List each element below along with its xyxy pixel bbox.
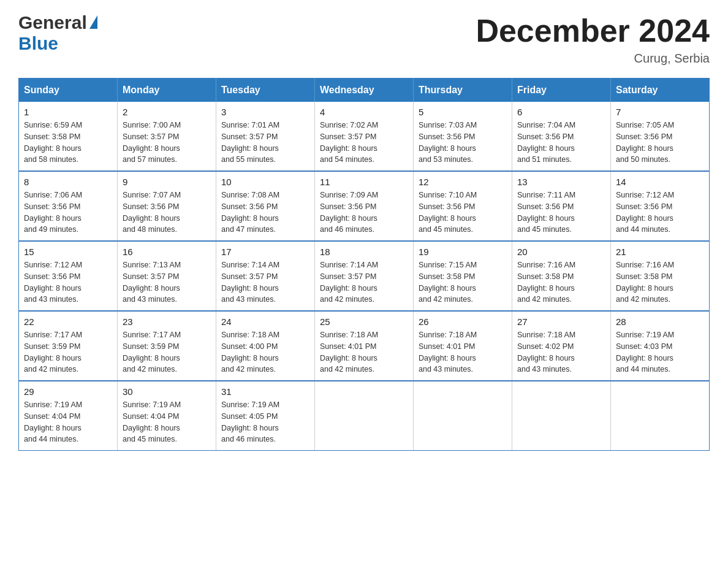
weekday-header-sunday: Sunday	[19, 79, 118, 102]
day-info: Sunrise: 7:00 AMSunset: 3:57 PMDaylight:…	[123, 120, 211, 166]
day-number: 7	[616, 107, 704, 117]
day-info: Sunrise: 7:07 AMSunset: 3:56 PMDaylight:…	[123, 190, 211, 236]
day-info: Sunrise: 7:12 AMSunset: 3:56 PMDaylight:…	[24, 259, 112, 305]
day-info: Sunrise: 7:15 AMSunset: 3:58 PMDaylight:…	[419, 259, 507, 305]
calendar-cell: 5Sunrise: 7:03 AMSunset: 3:56 PMDaylight…	[414, 102, 512, 171]
calendar-header-row: SundayMondayTuesdayWednesdayThursdayFrid…	[19, 79, 710, 102]
calendar-cell: 11Sunrise: 7:09 AMSunset: 3:56 PMDayligh…	[315, 171, 414, 241]
calendar-cell: 16Sunrise: 7:13 AMSunset: 3:57 PMDayligh…	[118, 241, 216, 311]
calendar-cell: 4Sunrise: 7:02 AMSunset: 3:57 PMDaylight…	[315, 102, 414, 171]
calendar-cell: 6Sunrise: 7:04 AMSunset: 3:56 PMDaylight…	[512, 102, 611, 171]
day-number: 9	[123, 177, 211, 187]
calendar-cell: 24Sunrise: 7:18 AMSunset: 4:00 PMDayligh…	[216, 311, 315, 381]
day-number: 1	[24, 107, 112, 117]
day-number: 5	[419, 107, 507, 117]
calendar-cell: 14Sunrise: 7:12 AMSunset: 3:56 PMDayligh…	[611, 171, 710, 241]
day-info: Sunrise: 7:17 AMSunset: 3:59 PMDaylight:…	[24, 329, 112, 375]
day-number: 29	[24, 386, 112, 397]
calendar-cell: 1Sunrise: 6:59 AMSunset: 3:58 PMDaylight…	[19, 102, 118, 171]
day-number: 19	[419, 247, 507, 257]
calendar-week-row: 29Sunrise: 7:19 AMSunset: 4:04 PMDayligh…	[19, 381, 710, 451]
day-number: 8	[24, 177, 112, 187]
calendar-week-row: 15Sunrise: 7:12 AMSunset: 3:56 PMDayligh…	[19, 241, 710, 311]
day-info: Sunrise: 7:16 AMSunset: 3:58 PMDaylight:…	[517, 259, 605, 305]
calendar-cell: 31Sunrise: 7:19 AMSunset: 4:05 PMDayligh…	[216, 381, 315, 451]
calendar-cell: 17Sunrise: 7:14 AMSunset: 3:57 PMDayligh…	[216, 241, 315, 311]
logo-triangle-icon	[89, 15, 97, 29]
day-info: Sunrise: 7:19 AMSunset: 4:05 PMDaylight:…	[221, 399, 309, 445]
calendar-cell	[611, 381, 710, 451]
logo-blue-text: Blue	[18, 33, 58, 53]
calendar-cell: 18Sunrise: 7:14 AMSunset: 3:57 PMDayligh…	[315, 241, 414, 311]
day-info: Sunrise: 7:03 AMSunset: 3:56 PMDaylight:…	[419, 120, 507, 166]
day-number: 18	[320, 247, 408, 257]
calendar-cell: 10Sunrise: 7:08 AMSunset: 3:56 PMDayligh…	[216, 171, 315, 241]
day-info: Sunrise: 7:17 AMSunset: 3:59 PMDaylight:…	[123, 329, 211, 375]
calendar-week-row: 22Sunrise: 7:17 AMSunset: 3:59 PMDayligh…	[19, 311, 710, 381]
day-number: 28	[616, 316, 704, 327]
weekday-header-wednesday: Wednesday	[315, 79, 414, 102]
day-info: Sunrise: 7:04 AMSunset: 3:56 PMDaylight:…	[517, 120, 605, 166]
day-info: Sunrise: 7:14 AMSunset: 3:57 PMDaylight:…	[221, 259, 309, 305]
day-number: 11	[320, 177, 408, 187]
day-info: Sunrise: 7:18 AMSunset: 4:02 PMDaylight:…	[517, 329, 605, 375]
weekday-header-friday: Friday	[512, 79, 611, 102]
day-info: Sunrise: 6:59 AMSunset: 3:58 PMDaylight:…	[24, 120, 112, 166]
day-number: 6	[517, 107, 605, 117]
day-info: Sunrise: 7:06 AMSunset: 3:56 PMDaylight:…	[24, 190, 112, 236]
calendar-cell: 29Sunrise: 7:19 AMSunset: 4:04 PMDayligh…	[19, 381, 118, 451]
calendar-cell: 3Sunrise: 7:01 AMSunset: 3:57 PMDaylight…	[216, 102, 315, 171]
day-number: 15	[24, 247, 112, 257]
weekday-header-saturday: Saturday	[611, 79, 710, 102]
day-number: 12	[419, 177, 507, 187]
day-number: 22	[24, 316, 112, 327]
calendar-cell: 28Sunrise: 7:19 AMSunset: 4:03 PMDayligh…	[611, 311, 710, 381]
calendar-cell: 7Sunrise: 7:05 AMSunset: 3:56 PMDaylight…	[611, 102, 710, 171]
calendar-cell: 19Sunrise: 7:15 AMSunset: 3:58 PMDayligh…	[414, 241, 512, 311]
title-block: December 2024 Curug, Serbia	[476, 12, 710, 66]
calendar-cell: 23Sunrise: 7:17 AMSunset: 3:59 PMDayligh…	[118, 311, 216, 381]
page-title: December 2024	[476, 12, 710, 49]
calendar-cell: 9Sunrise: 7:07 AMSunset: 3:56 PMDaylight…	[118, 171, 216, 241]
day-info: Sunrise: 7:18 AMSunset: 4:01 PMDaylight:…	[320, 329, 408, 375]
calendar-week-row: 8Sunrise: 7:06 AMSunset: 3:56 PMDaylight…	[19, 171, 710, 241]
calendar-table: SundayMondayTuesdayWednesdayThursdayFrid…	[18, 78, 710, 451]
calendar-cell: 22Sunrise: 7:17 AMSunset: 3:59 PMDayligh…	[19, 311, 118, 381]
page-header: General Blue December 2024 Curug, Serbia	[18, 12, 710, 66]
calendar-cell: 8Sunrise: 7:06 AMSunset: 3:56 PMDaylight…	[19, 171, 118, 241]
day-info: Sunrise: 7:18 AMSunset: 4:01 PMDaylight:…	[419, 329, 507, 375]
day-number: 25	[320, 316, 408, 327]
day-info: Sunrise: 7:10 AMSunset: 3:56 PMDaylight:…	[419, 190, 507, 236]
calendar-cell: 20Sunrise: 7:16 AMSunset: 3:58 PMDayligh…	[512, 241, 611, 311]
day-number: 13	[517, 177, 605, 187]
day-number: 24	[221, 316, 309, 327]
day-number: 31	[221, 386, 309, 397]
calendar-cell: 2Sunrise: 7:00 AMSunset: 3:57 PMDaylight…	[118, 102, 216, 171]
day-info: Sunrise: 7:14 AMSunset: 3:57 PMDaylight:…	[320, 259, 408, 305]
day-info: Sunrise: 7:12 AMSunset: 3:56 PMDaylight:…	[616, 190, 704, 236]
day-info: Sunrise: 7:16 AMSunset: 3:58 PMDaylight:…	[616, 259, 704, 305]
day-number: 20	[517, 247, 605, 257]
day-info: Sunrise: 7:19 AMSunset: 4:03 PMDaylight:…	[616, 329, 704, 375]
calendar-cell	[414, 381, 512, 451]
calendar-cell	[315, 381, 414, 451]
day-info: Sunrise: 7:05 AMSunset: 3:56 PMDaylight:…	[616, 120, 704, 166]
day-info: Sunrise: 7:09 AMSunset: 3:56 PMDaylight:…	[320, 190, 408, 236]
day-number: 17	[221, 247, 309, 257]
calendar-cell: 12Sunrise: 7:10 AMSunset: 3:56 PMDayligh…	[414, 171, 512, 241]
day-number: 4	[320, 107, 408, 117]
calendar-cell: 30Sunrise: 7:19 AMSunset: 4:04 PMDayligh…	[118, 381, 216, 451]
day-number: 3	[221, 107, 309, 117]
day-info: Sunrise: 7:13 AMSunset: 3:57 PMDaylight:…	[123, 259, 211, 305]
calendar-cell: 13Sunrise: 7:11 AMSunset: 3:56 PMDayligh…	[512, 171, 611, 241]
calendar-cell: 27Sunrise: 7:18 AMSunset: 4:02 PMDayligh…	[512, 311, 611, 381]
calendar-cell: 15Sunrise: 7:12 AMSunset: 3:56 PMDayligh…	[19, 241, 118, 311]
day-number: 10	[221, 177, 309, 187]
calendar-week-row: 1Sunrise: 6:59 AMSunset: 3:58 PMDaylight…	[19, 102, 710, 171]
day-number: 23	[123, 316, 211, 327]
logo: General Blue	[18, 12, 97, 54]
day-number: 30	[123, 386, 211, 397]
day-number: 26	[419, 316, 507, 327]
day-info: Sunrise: 7:18 AMSunset: 4:00 PMDaylight:…	[221, 329, 309, 375]
day-info: Sunrise: 7:08 AMSunset: 3:56 PMDaylight:…	[221, 190, 309, 236]
